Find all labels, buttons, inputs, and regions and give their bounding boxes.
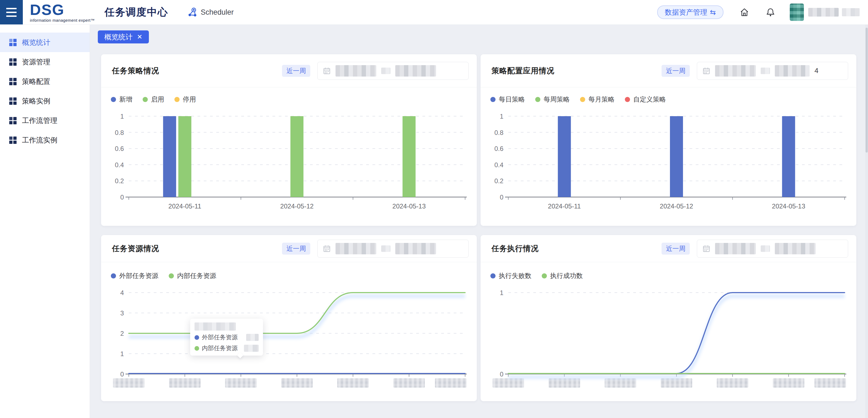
range-last-week-button[interactable]: 近一周 <box>282 65 310 77</box>
legend-item[interactable]: 新增 <box>111 95 132 104</box>
svg-text:2024-05-11: 2024-05-11 <box>548 203 581 210</box>
legend-item[interactable]: 外部任务资源 <box>111 271 158 280</box>
svg-text:2024-05-12: 2024-05-12 <box>280 203 314 210</box>
legend-dot <box>580 97 585 102</box>
calendar-icon <box>703 67 710 75</box>
bar[interactable] <box>403 116 416 197</box>
scrollbar-thumb[interactable] <box>866 28 868 152</box>
grid-icon <box>9 78 17 85</box>
tab-label: 概览统计 <box>104 32 132 42</box>
sidebar-item-4[interactable]: 工作流管理 <box>0 111 90 130</box>
sidebar-item-1[interactable]: 资源管理 <box>0 52 90 72</box>
sidebar-menu: 概览统计资源管理策略配置策略实例工作流管理工作流实例 <box>0 33 90 150</box>
page-title: 任务调度中心 <box>104 5 168 19</box>
data-asset-management-button[interactable]: 数据资产管理 ⇆ <box>657 5 723 19</box>
line-chart-task-execution[interactable]: 01 <box>490 281 846 390</box>
x-label-redacted <box>717 378 748 388</box>
chart-legend: 执行失败数执行成功数 <box>490 270 846 281</box>
svg-text:0: 0 <box>120 371 124 378</box>
svg-text:0.8: 0.8 <box>115 129 124 136</box>
legend-label: 执行失败数 <box>499 271 531 280</box>
bar[interactable] <box>290 116 304 197</box>
x-label-redacted <box>281 378 313 388</box>
legend-label: 启用 <box>151 95 164 104</box>
tab-overview-stats[interactable]: 概览统计 ✕ <box>98 30 149 43</box>
sidebar-item-label: 工作流管理 <box>22 116 57 126</box>
grid-icon <box>9 58 17 66</box>
main-content: 概览统计 ✕ 任务策略情况 近一周 <box>90 25 868 418</box>
x-label-redacted <box>113 378 145 388</box>
bar-chart-task-policy[interactable]: 00.20.40.60.812024-05-112024-05-122024-0… <box>111 105 467 213</box>
legend-item[interactable]: 内部任务资源 <box>169 271 216 280</box>
svg-text:0.2: 0.2 <box>115 177 124 184</box>
svg-text:2: 2 <box>120 330 124 337</box>
scheduler-switcher[interactable]: Scheduler <box>187 7 234 18</box>
scheduler-icon <box>187 7 197 18</box>
legend-item[interactable]: 每日策略 <box>490 95 525 104</box>
range-last-week-button[interactable]: 近一周 <box>661 243 690 254</box>
scheduler-label: Scheduler <box>201 8 234 16</box>
card-title: 任务执行情况 <box>492 243 539 254</box>
logo-text: DSG <box>30 2 95 18</box>
scrollbar[interactable] <box>865 25 868 418</box>
date-range-picker[interactable] <box>317 240 469 257</box>
bar[interactable] <box>782 116 795 197</box>
bar-chart-policy-config[interactable]: 00.20.40.60.812024-05-112024-05-122024-0… <box>490 105 846 213</box>
bar[interactable] <box>558 116 571 197</box>
date-range-picker[interactable]: 4 <box>697 62 848 80</box>
date-range-picker[interactable] <box>317 62 469 80</box>
legend-label: 执行成功数 <box>550 271 583 280</box>
x-label-redacted <box>814 378 846 388</box>
series-dot <box>194 346 199 351</box>
bar[interactable] <box>178 116 191 197</box>
svg-text:0: 0 <box>120 194 124 201</box>
card-task-policy: 任务策略情况 近一周 新增启用停用 <box>101 54 477 226</box>
grid-icon <box>9 117 17 124</box>
svg-text:0.4: 0.4 <box>115 161 124 169</box>
avatar[interactable] <box>790 3 804 21</box>
legend-item[interactable]: 启用 <box>143 95 164 104</box>
notifications-button[interactable] <box>765 7 776 18</box>
sidebar-item-2[interactable]: 策略配置 <box>0 72 90 91</box>
end-date-redacted <box>395 243 436 254</box>
sidebar-item-5[interactable]: 工作流实例 <box>0 130 90 150</box>
end-date-visible-digit: 4 <box>814 67 818 75</box>
tooltip-series-name: 外部任务资源 <box>202 333 238 342</box>
date-range-picker[interactable] <box>697 240 848 257</box>
sidebar-item-3[interactable]: 策略实例 <box>0 91 90 111</box>
legend-item[interactable]: 每周策略 <box>535 95 570 104</box>
close-icon[interactable]: ✕ <box>137 33 142 41</box>
app-header: DSG information management expert™ 任务调度中… <box>0 0 868 25</box>
range-last-week-button[interactable]: 近一周 <box>661 65 690 77</box>
x-label-redacted <box>169 378 200 388</box>
line-glow <box>508 296 845 377</box>
legend-item[interactable]: 每月策略 <box>580 95 615 104</box>
bar[interactable] <box>670 116 683 197</box>
bar[interactable] <box>163 116 176 197</box>
sidebar-item-0[interactable]: 概览统计 <box>0 33 90 52</box>
line-glow <box>129 296 465 337</box>
x-label-redacted <box>605 378 636 388</box>
legend-item[interactable]: 执行失败数 <box>490 271 531 280</box>
date-separator-redacted <box>761 68 770 74</box>
legend-dot <box>542 273 547 278</box>
start-date-redacted <box>336 65 376 76</box>
legend-item[interactable]: 自定义策略 <box>625 95 666 104</box>
svg-text:3: 3 <box>120 309 124 317</box>
svg-text:0: 0 <box>500 194 503 201</box>
line-series[interactable] <box>508 292 845 374</box>
menu-icon[interactable] <box>0 0 23 25</box>
bell-icon <box>765 7 776 18</box>
range-last-week-button[interactable]: 近一周 <box>282 243 310 254</box>
end-date-redacted <box>775 65 810 76</box>
line-chart-task-resource[interactable]: 01234 外部任务资源 内部任务资源 <box>111 281 467 390</box>
end-date-redacted <box>395 65 436 76</box>
sidebar-item-label: 概览统计 <box>22 38 50 47</box>
home-button[interactable] <box>739 7 749 18</box>
card-title: 策略配置应用情况 <box>492 66 555 76</box>
legend-item[interactable]: 执行成功数 <box>542 271 583 280</box>
calendar-icon <box>323 67 331 75</box>
username-redacted[interactable] <box>808 8 860 16</box>
legend-dot <box>111 97 116 102</box>
legend-item[interactable]: 停用 <box>175 95 196 104</box>
